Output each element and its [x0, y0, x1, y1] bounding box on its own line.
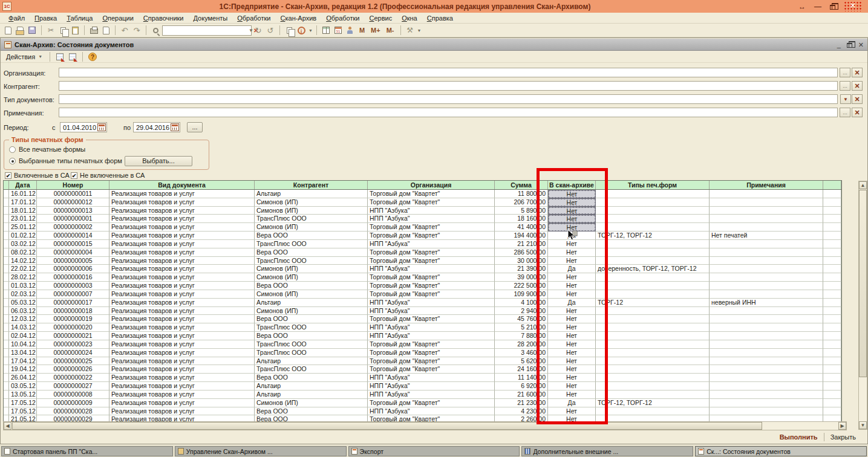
- menu-item[interactable]: Файл: [4, 14, 30, 22]
- table-cell[interactable]: 03.02.12: [9, 240, 37, 248]
- table-cell[interactable]: Реализация товаров и услуг: [109, 332, 255, 340]
- table-cell[interactable]: неверный ИНН: [710, 299, 823, 307]
- table-cell[interactable]: [710, 323, 823, 332]
- table-cell[interactable]: 00000000003: [37, 282, 109, 290]
- table-cell[interactable]: ТрансПлюс ООО: [255, 323, 368, 332]
- find-icon[interactable]: [150, 25, 161, 36]
- doc-close-button[interactable]: ✕: [858, 41, 864, 49]
- table-cell[interactable]: [823, 323, 841, 332]
- table-cell[interactable]: [710, 273, 823, 282]
- doc-minimize-button[interactable]: _: [837, 41, 841, 49]
- table-row[interactable]: 08.02.1200000000004Реализация товаров и …: [4, 248, 841, 257]
- table-row[interactable]: 26.04.1200000000022Реализация товаров и …: [4, 374, 841, 382]
- table-cell[interactable]: 00000000009: [37, 399, 109, 407]
- table-cell[interactable]: 01.02.12: [9, 232, 37, 240]
- table-cell[interactable]: Симонов (ИП): [255, 265, 368, 273]
- table-cell[interactable]: Реализация товаров и услуг: [109, 282, 255, 290]
- table-cell[interactable]: 17.05.12: [9, 407, 37, 416]
- table-row[interactable]: 17.01.1200000000012Реализация товаров и …: [4, 198, 841, 207]
- table-cell[interactable]: 18.01.12: [9, 207, 37, 215]
- table-cell[interactable]: 28.02.12: [9, 273, 37, 282]
- table-cell[interactable]: 00000000021: [37, 332, 109, 340]
- table-cell[interactable]: Реализация товаров и услуг: [109, 357, 255, 366]
- taskbar-tab[interactable]: Ск...: Состояния документов: [695, 446, 867, 456]
- service-icon[interactable]: ⚒: [405, 25, 416, 36]
- table-cell[interactable]: 17.01.12: [9, 198, 37, 207]
- calendar-icon[interactable]: 31: [333, 25, 344, 36]
- table-cell[interactable]: [596, 215, 710, 223]
- horizontal-scrollbar[interactable]: ◀ ▶: [3, 421, 847, 430]
- table-cell[interactable]: Торговый дом "Квартет": [368, 315, 495, 323]
- cut-icon[interactable]: ✂: [45, 25, 56, 36]
- table-cell[interactable]: [596, 374, 710, 382]
- table-cell[interactable]: [823, 340, 841, 349]
- table-cell[interactable]: [4, 399, 9, 407]
- scroll-down-icon[interactable]: ▼: [859, 421, 867, 429]
- table-row[interactable]: 01.02.1200000000014Реализация товаров и …: [4, 232, 841, 240]
- table-cell[interactable]: Симонов (ИП): [255, 399, 368, 407]
- open-document-icon[interactable]: [15, 25, 25, 36]
- table-cell[interactable]: Торговый дом "Квартет": [368, 190, 495, 198]
- table-cell[interactable]: [596, 340, 710, 349]
- table-cell[interactable]: Торговый дом "Квартет": [368, 198, 495, 207]
- notes-field[interactable]: [59, 108, 838, 117]
- table-cell[interactable]: НПП "Азбука": [368, 307, 495, 316]
- memory-minus-button[interactable]: М-: [384, 27, 397, 34]
- vertical-scroll-thumb[interactable]: [859, 190, 867, 377]
- table-cell[interactable]: [4, 365, 9, 374]
- period-from-field[interactable]: 01.04.2010: [60, 122, 107, 132]
- organization-clear-button[interactable]: ✕: [852, 68, 863, 77]
- doctype-dropdown-button[interactable]: ▼: [840, 94, 851, 104]
- table-cell[interactable]: 02.03.12: [9, 290, 37, 299]
- table-cell[interactable]: ТрансПлюс ООО: [255, 257, 368, 265]
- table-cell[interactable]: 01.03.12: [9, 282, 37, 290]
- table-cell[interactable]: [710, 307, 823, 316]
- table-cell[interactable]: 00000000016: [37, 273, 109, 282]
- table-cell[interactable]: 00000000022: [37, 374, 109, 382]
- table-cell[interactable]: НПП "Азбука": [368, 265, 495, 273]
- table-cell[interactable]: [4, 257, 9, 265]
- table-cell[interactable]: 00000000001: [37, 215, 109, 223]
- table-cell[interactable]: Торговый дом "Квартет": [368, 282, 495, 290]
- minimize-button[interactable]: —: [814, 2, 821, 11]
- table-cell[interactable]: [710, 282, 823, 290]
- table-cell[interactable]: Симонов (ИП): [255, 273, 368, 282]
- table-cell[interactable]: [710, 223, 823, 232]
- table-cell[interactable]: [823, 190, 841, 198]
- table-cell[interactable]: 08.02.12: [9, 248, 37, 257]
- notes-clear-button[interactable]: ✕: [852, 108, 863, 117]
- table-cell[interactable]: [596, 349, 710, 357]
- table-cell[interactable]: Реализация товаров и услуг: [109, 374, 255, 382]
- table-cell[interactable]: Вера ООО: [255, 232, 368, 240]
- table-cell[interactable]: Торговый дом "Квартет": [368, 232, 495, 240]
- table-cell[interactable]: [710, 349, 823, 357]
- close-form-button[interactable]: Закрыть: [824, 432, 862, 442]
- scroll-right-icon[interactable]: ▶: [838, 422, 846, 430]
- table-cell[interactable]: Торговый дом "Квартет": [368, 357, 495, 366]
- table-cell[interactable]: Реализация товаров и услуг: [109, 382, 255, 391]
- contractor-field[interactable]: [59, 81, 838, 91]
- table-cell[interactable]: [596, 290, 710, 299]
- doctype-clear-button[interactable]: ✕: [852, 94, 863, 104]
- table-cell[interactable]: [596, 207, 710, 215]
- table-row[interactable]: 19.04.1200000000026Реализация товаров и …: [4, 365, 841, 374]
- table-cell[interactable]: [823, 382, 841, 391]
- table-cell[interactable]: Реализация товаров и услуг: [109, 315, 255, 323]
- table-cell[interactable]: Реализация товаров и услуг: [109, 207, 255, 215]
- table-cell[interactable]: [596, 190, 710, 198]
- table-cell[interactable]: Реализация товаров и услуг: [109, 198, 255, 207]
- table-cell[interactable]: [823, 332, 841, 340]
- organization-field[interactable]: [59, 68, 838, 77]
- memory-plus-button[interactable]: М+: [368, 27, 383, 34]
- table-cell[interactable]: ТрансПлюс ООО: [255, 349, 368, 357]
- table-cell[interactable]: НПП "Азбука": [368, 382, 495, 391]
- table-cell[interactable]: [823, 307, 841, 316]
- table-cell[interactable]: [596, 223, 710, 232]
- table-cell[interactable]: 00000000028: [37, 407, 109, 416]
- table-cell[interactable]: [710, 198, 823, 207]
- table-cell[interactable]: Вера ООО: [255, 407, 368, 416]
- table-cell[interactable]: Симонов (ИП): [255, 307, 368, 316]
- service-dropdown-arrow-icon[interactable]: ▼: [417, 28, 422, 33]
- table-cell[interactable]: [4, 290, 9, 299]
- table-cell[interactable]: 00000000017: [37, 299, 109, 307]
